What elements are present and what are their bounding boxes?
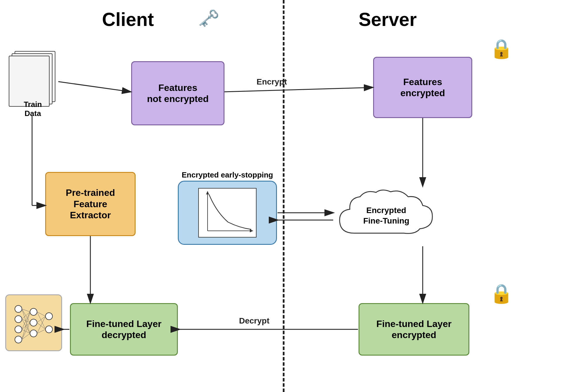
pretrained-extractor-box: Pre-trainedFeatureExtractor — [45, 172, 136, 236]
encrypted-finetuning-label: EncryptedFine-Tuning — [363, 205, 409, 226]
svg-line-13 — [22, 309, 30, 312]
svg-line-28 — [37, 323, 45, 329]
svg-point-10 — [30, 330, 37, 337]
lock-icon-bottom: 🔒 — [490, 283, 513, 305]
svg-point-7 — [15, 336, 22, 343]
client-title: Client — [102, 9, 154, 30]
svg-line-33 — [58, 82, 131, 92]
loss-graph — [198, 188, 257, 238]
svg-point-4 — [15, 305, 22, 312]
svg-line-25 — [37, 312, 45, 316]
early-stopping-label: Encrypted early-stopping — [173, 170, 281, 180]
train-data-label: TrainData — [9, 100, 57, 118]
svg-line-36 — [224, 87, 373, 92]
svg-marker-3 — [250, 229, 253, 232]
separator-line — [283, 0, 285, 392]
early-stopping-graph-box — [178, 181, 277, 245]
svg-point-8 — [30, 308, 37, 315]
key-icon: 🗝️ — [198, 8, 219, 28]
svg-line-27 — [37, 316, 45, 323]
svg-line-26 — [37, 312, 45, 329]
neural-network-box — [5, 294, 62, 351]
lock-icon-top: 🔒 — [490, 38, 513, 60]
diagram: Client Server 🗝️ TrainData Featuresnot e… — [0, 0, 567, 392]
svg-line-24 — [22, 333, 30, 340]
svg-line-29 — [37, 316, 45, 333]
finetuned-encrypted-box: Fine-tuned Layerencrypted — [359, 303, 469, 356]
finetuned-decrypted-box: Fine-tuned Layerdecrypted — [70, 303, 178, 356]
features-encrypted-box: Featuresencrypted — [373, 57, 472, 118]
svg-point-6 — [15, 326, 22, 333]
train-data-container: TrainData — [9, 51, 57, 109]
svg-point-11 — [45, 313, 52, 320]
encrypted-finetuning-container: EncryptedFine-Tuning — [334, 187, 439, 245]
page-3 — [9, 56, 50, 107]
svg-point-5 — [15, 316, 22, 323]
svg-line-30 — [37, 329, 45, 333]
server-title: Server — [359, 9, 417, 30]
svg-marker-2 — [206, 191, 209, 194]
svg-point-9 — [30, 319, 37, 326]
svg-text:Encrypt: Encrypt — [257, 77, 287, 86]
features-not-encrypted-box: Featuresnot encrypted — [131, 61, 224, 125]
svg-point-12 — [45, 326, 52, 333]
svg-text:Decrypt: Decrypt — [239, 316, 269, 325]
